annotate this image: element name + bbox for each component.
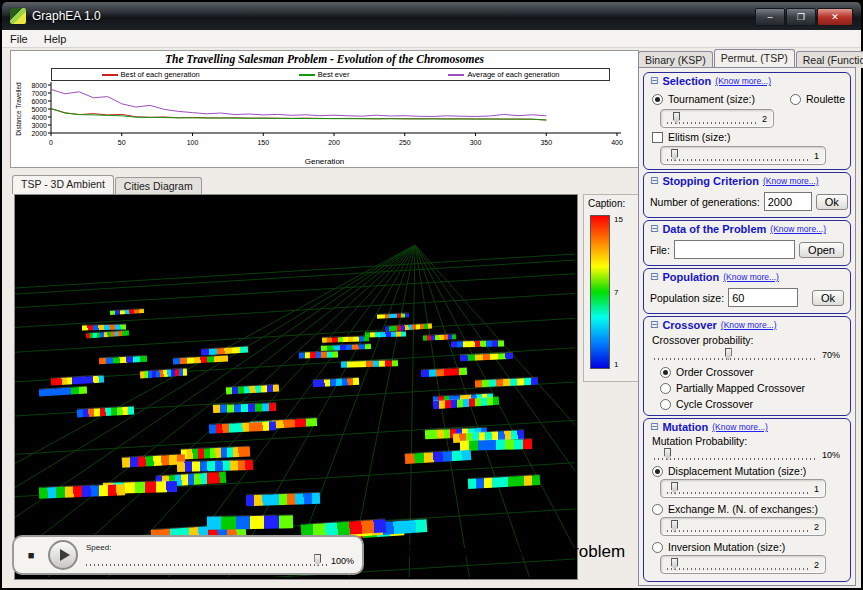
svg-text:2000: 2000 <box>31 130 47 137</box>
view-tabs: TSP - 3D Ambient Cities Diagram <box>12 176 203 194</box>
elitism-option[interactable]: Elitism (size:) <box>652 131 730 143</box>
chart-x-axis-label: Generation <box>11 157 638 166</box>
mutation-probability-slider[interactable] <box>654 448 818 461</box>
tab-binary-ksp[interactable]: Binary (KSP) <box>638 51 713 68</box>
menu-file[interactable]: File <box>2 32 36 46</box>
displacement-size-slider[interactable]: 1 <box>660 479 826 498</box>
file-input[interactable] <box>674 240 795 259</box>
roulette-option[interactable]: Roulette <box>790 93 845 105</box>
legend-label: Average of each generation <box>467 70 559 79</box>
collapse-icon[interactable]: ⊟ <box>650 224 658 234</box>
legend-line-purple <box>448 74 464 76</box>
play-icon <box>60 549 70 561</box>
tab-permut-tsp[interactable]: Permut. (TSP) <box>714 49 795 68</box>
chromosome-bar <box>82 325 126 331</box>
tournament-size-slider[interactable]: 2 <box>660 109 774 128</box>
section-title-crossover: Crossover <box>662 319 716 331</box>
collapse-icon[interactable]: ⊟ <box>650 272 658 282</box>
legend-entry: Best ever <box>299 70 350 79</box>
file-label: File: <box>650 244 670 256</box>
title-bar[interactable]: GraphEA 1.0 – ❐ ✕ <box>2 2 861 30</box>
tab-cities-diagram[interactable]: Cities Diagram <box>115 177 202 194</box>
tab-real-functions[interactable]: Real (Functions) <box>796 51 863 68</box>
mutation-probability-label: Mutation Probability: <box>652 435 747 447</box>
speed-slider[interactable] <box>86 554 327 567</box>
window-title: GraphEA 1.0 <box>32 9 101 23</box>
elitism-checkbox[interactable] <box>652 132 663 143</box>
crossover-probability-slider[interactable] <box>654 348 818 361</box>
elitism-size-slider[interactable]: 1 <box>660 146 826 165</box>
main-content: The Travelling Salesman Problem - Evolut… <box>2 48 861 588</box>
generations-ok-button[interactable]: Ok <box>816 194 848 210</box>
menu-help[interactable]: Help <box>36 32 75 46</box>
tournament-option[interactable]: Tournament (size:) <box>652 93 755 105</box>
know-more-link[interactable]: (Know more...) <box>763 176 819 186</box>
exchange-mutation-radio[interactable] <box>652 504 663 515</box>
elitism-label: Elitism (size:) <box>668 131 730 143</box>
collapse-icon[interactable]: ⊟ <box>650 320 658 330</box>
3d-viewport[interactable] <box>14 194 578 580</box>
caption-title: Caption: <box>584 195 638 211</box>
legend-entry: Average of each generation <box>448 70 559 79</box>
selection-section: ⊟ Selection (Know more...) Tournament (s… <box>643 72 851 170</box>
know-more-link[interactable]: (Know more...) <box>715 76 771 86</box>
mutation-probability-value: 10% <box>822 450 840 460</box>
generations-input[interactable] <box>764 192 812 211</box>
collapse-icon[interactable]: ⊟ <box>650 76 658 86</box>
displacement-mutation-radio[interactable] <box>652 466 663 477</box>
caption-min: 1 <box>614 360 623 369</box>
collapse-icon[interactable]: ⊟ <box>650 176 658 186</box>
roulette-radio[interactable] <box>790 94 801 105</box>
tournament-radio[interactable] <box>652 94 663 105</box>
collapse-icon[interactable]: ⊟ <box>650 422 658 432</box>
crossover-probability-value: 70% <box>822 350 840 360</box>
tournament-size-value: 2 <box>762 114 767 124</box>
stop-icon: ■ <box>28 549 35 561</box>
svg-text:4000: 4000 <box>31 114 47 121</box>
know-more-link[interactable]: (Know more...) <box>712 422 768 432</box>
svg-text:150: 150 <box>257 139 269 146</box>
know-more-link[interactable]: (Know more...) <box>721 320 777 330</box>
svg-text:0: 0 <box>49 139 53 146</box>
tournament-label: Tournament (size:) <box>668 93 755 105</box>
order-crossover-radio[interactable] <box>660 367 671 378</box>
chromosome-bar <box>460 439 532 451</box>
svg-text:400: 400 <box>611 139 623 146</box>
exchange-count-value: 2 <box>814 522 819 532</box>
inversion-mutation-option[interactable]: Inversion Mutation (size:) <box>652 541 785 553</box>
minimize-button[interactable]: – <box>755 8 785 26</box>
maximize-icon: ❐ <box>797 12 805 22</box>
svg-text:8000: 8000 <box>31 82 47 89</box>
maximize-button[interactable]: ❐ <box>786 8 816 26</box>
population-size-input[interactable] <box>728 288 798 307</box>
speed-label: Speed: <box>86 543 354 552</box>
legend-label: Best ever <box>318 70 350 79</box>
inversion-size-slider[interactable]: 2 <box>660 555 826 574</box>
tab-tsp-3d-ambient[interactable]: TSP - 3D Ambient <box>12 175 114 194</box>
legend-line-green <box>299 74 315 76</box>
pmx-crossover-radio[interactable] <box>660 383 671 394</box>
order-crossover-option[interactable]: Order Crossover <box>660 366 754 378</box>
playback-controls: ■ Speed: 100% <box>12 535 364 575</box>
know-more-link[interactable]: (Know more...) <box>770 224 826 234</box>
exchange-mutation-option[interactable]: Exchange M. (N. of exchanges:) <box>652 503 818 515</box>
svg-text:100: 100 <box>187 139 199 146</box>
close-button[interactable]: ✕ <box>817 8 853 26</box>
exchange-count-slider[interactable]: 2 <box>660 517 826 536</box>
caption-mid: 7 <box>614 288 623 297</box>
population-ok-button[interactable]: Ok <box>812 290 844 306</box>
chromosome-bar <box>299 352 338 359</box>
open-button[interactable]: Open <box>799 242 844 258</box>
know-more-link[interactable]: (Know more...) <box>723 272 779 282</box>
elitism-size-value: 1 <box>814 151 819 161</box>
inversion-mutation-radio[interactable] <box>652 542 663 553</box>
data-problem-section: ⊟ Data of the Problem (Know more...) Fil… <box>643 220 851 266</box>
pmx-crossover-option[interactable]: Partially Mapped Crossover <box>660 382 805 394</box>
stop-button[interactable]: ■ <box>22 546 40 564</box>
svg-text:6000: 6000 <box>31 98 47 105</box>
speed-value: 100% <box>331 556 354 566</box>
displacement-mutation-option[interactable]: Displacement Mutation (size:) <box>652 465 806 477</box>
play-button[interactable] <box>48 540 78 570</box>
cycle-crossover-option[interactable]: Cycle Crossover <box>660 398 753 410</box>
cycle-crossover-radio[interactable] <box>660 399 671 410</box>
